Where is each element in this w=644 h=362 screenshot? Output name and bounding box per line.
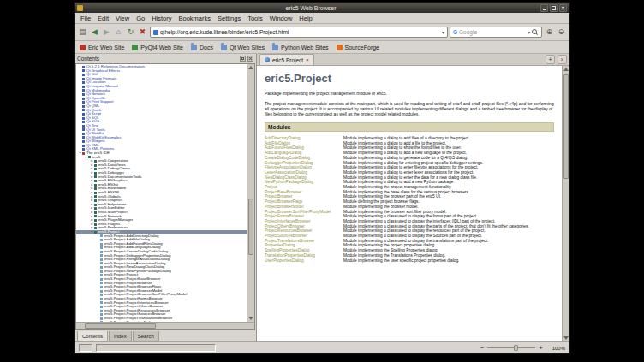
- menu-file[interactable]: File: [77, 15, 94, 22]
- module-link[interactable]: FiletypeAssociationDialog: [265, 165, 312, 169]
- scroll-up-icon[interactable]: [564, 68, 569, 71]
- menu-help[interactable]: Help: [295, 15, 315, 22]
- menu-view[interactable]: View: [112, 15, 133, 22]
- sidebar-tabs: ContentsIndexSearch: [75, 330, 256, 341]
- close-button[interactable]: [559, 4, 567, 12]
- bookmark-sourceforge[interactable]: SourceForge: [337, 45, 379, 50]
- tree-item-icon: [100, 246, 103, 249]
- stop-icon[interactable]: ✖: [137, 27, 148, 38]
- url-dropdown-icon[interactable]: ▾: [442, 29, 444, 35]
- modules-section-header: Modules: [265, 122, 554, 132]
- dock-close-button[interactable]: [247, 56, 253, 62]
- module-link[interactable]: ProjectFormsBrowser: [265, 214, 304, 218]
- module-link[interactable]: NewDialogClassDialog: [265, 175, 307, 180]
- url-bar[interactable]: qthelp://org.eric.kude.libree/binder/eri…: [150, 27, 448, 38]
- menu-edit[interactable]: Edit: [94, 15, 112, 22]
- home-icon[interactable]: ⌂: [113, 27, 124, 38]
- module-link[interactable]: ProjectResourcesBrowser: [265, 228, 312, 233]
- sidebar-tab-index[interactable]: Index: [109, 331, 132, 341]
- module-link[interactable]: ProjectBrowserSortFilterProxyModel: [265, 210, 331, 214]
- new-tab-button[interactable]: +: [546, 55, 555, 64]
- sidebar-scrollbar[interactable]: [247, 64, 254, 322]
- zoom-slider[interactable]: [487, 344, 535, 352]
- module-link[interactable]: ProjectOthersBrowser: [265, 224, 305, 228]
- module-desc: Module implementing the user specific pr…: [343, 258, 554, 264]
- module-link[interactable]: CreateDialogCodeDialog: [265, 156, 310, 160]
- bookmark-python-web-sites[interactable]: Python Web Sites: [272, 45, 329, 50]
- tree-item-icon: [94, 187, 97, 190]
- module-link[interactable]: ProjectBaseBrowser: [265, 190, 301, 194]
- bookmark-eric-web-site[interactable]: Eric Web Site: [80, 45, 124, 50]
- module-link[interactable]: SpellingPropertiesDialog: [265, 248, 310, 252]
- bookmark-qt-web-sites[interactable]: Qt Web Sites: [221, 45, 265, 50]
- menu-settings[interactable]: Settings: [214, 15, 244, 22]
- zoom-out-button[interactable]: −: [480, 344, 485, 352]
- dock-buttons: [240, 56, 253, 62]
- tree-item-icon: [100, 234, 103, 237]
- tree-item-icon: [82, 101, 85, 104]
- tree-item-icon: [100, 278, 103, 281]
- scrollbar-thumb[interactable]: [564, 74, 569, 179]
- menu-window[interactable]: Window: [266, 15, 296, 22]
- reload-icon[interactable]: ↻: [125, 27, 136, 38]
- module-link[interactable]: LexerAssociationDialog: [265, 170, 307, 175]
- close-page-button[interactable]: ×: [558, 55, 567, 64]
- module-link[interactable]: UserPropertiesDialog: [265, 258, 304, 263]
- window-title: eric5 Web Browser: [83, 5, 539, 11]
- dock-float-button[interactable]: [240, 56, 246, 62]
- modules-table-body: AddDirectoryDialogModule implementing a …: [265, 136, 554, 263]
- zoom-in-button[interactable]: +: [539, 344, 543, 352]
- forward-icon[interactable]: ▶: [101, 27, 112, 38]
- tree-item-icon: [82, 121, 85, 123]
- module-link[interactable]: ProjectBrowserModel: [265, 205, 304, 209]
- menu-go[interactable]: Go: [133, 15, 148, 22]
- zoom-out-icon[interactable]: ⊖: [556, 27, 567, 38]
- module-link[interactable]: ProjectTranslationsBrowser: [265, 239, 314, 243]
- sidebar-hscrollbar[interactable]: [76, 322, 254, 329]
- hscrollbar-thumb[interactable]: [85, 323, 156, 329]
- tree-item-icon: [94, 204, 97, 206]
- title-bar[interactable]: eric5 Web Browser: [75, 3, 569, 13]
- minimize-button[interactable]: [540, 4, 548, 12]
- module-link[interactable]: ProjectBrowser: [265, 194, 293, 199]
- zoom-in-icon[interactable]: ⊕: [544, 27, 555, 38]
- menu-bookmarks[interactable]: Bookmarks: [176, 15, 215, 22]
- sidebar-tab-search[interactable]: Search: [133, 331, 159, 341]
- module-link[interactable]: AddFileDialog: [265, 141, 290, 145]
- new-tab-icon[interactable]: ▤: [77, 27, 88, 38]
- back-icon[interactable]: ◀: [89, 27, 100, 38]
- module-link[interactable]: AddLanguageDialog: [265, 151, 301, 155]
- menu-tools[interactable]: Tools: [244, 15, 266, 22]
- bookmark-docs[interactable]: Docs: [191, 45, 213, 50]
- content-scrollbar[interactable]: [562, 66, 569, 341]
- module-link[interactable]: AddDirectoryDialog: [265, 136, 300, 140]
- module-link[interactable]: ProjectInterfacesBrowser: [265, 219, 311, 223]
- search-input[interactable]: G Google ▾: [450, 27, 542, 38]
- desktop: { "window": { "title": "eric5 Web Browse…: [0, 0, 644, 362]
- tab-close-icon[interactable]: ×: [306, 57, 309, 62]
- zoom-slider-handle[interactable]: [514, 345, 518, 351]
- scrollbar-thumb[interactable]: [248, 199, 253, 255]
- magnifier-icon[interactable]: [532, 29, 539, 36]
- tab-eric5-project[interactable]: eric5.Project ×: [259, 54, 314, 65]
- window-controls: [539, 4, 567, 12]
- menu-history[interactable]: History: [148, 15, 175, 22]
- scroll-up-icon[interactable]: [248, 66, 253, 69]
- tree-item-icon: [82, 148, 85, 151]
- module-link[interactable]: DebuggerPropertiesDialog: [265, 161, 313, 165]
- module-link[interactable]: TranslationPropertiesDialog: [265, 253, 315, 258]
- module-link[interactable]: ProjectSourcesBrowser: [265, 234, 307, 238]
- module-link[interactable]: Project: [265, 185, 277, 189]
- menu-bar: FileEditViewGoHistoryBookmarksSettingsTo…: [75, 13, 569, 24]
- zoom-level: 100%: [546, 346, 565, 351]
- module-link[interactable]: NewPythonPackageDialog: [265, 180, 313, 184]
- sidebar-tab-contents[interactable]: Contents: [77, 331, 108, 341]
- search-dropdown-icon[interactable]: ▾: [528, 29, 530, 35]
- module-link[interactable]: PropertiesDialog: [265, 243, 295, 247]
- scroll-down-icon[interactable]: [248, 317, 253, 320]
- bookmark-pyqt4-web-site[interactable]: PyQt4 Web Site: [132, 45, 183, 50]
- maximize-button[interactable]: [550, 4, 558, 12]
- module-link[interactable]: AddFoundFilesDialog: [265, 145, 304, 150]
- scroll-down-icon[interactable]: [564, 336, 569, 340]
- module-link[interactable]: ProjectBrowserFlags: [265, 199, 302, 204]
